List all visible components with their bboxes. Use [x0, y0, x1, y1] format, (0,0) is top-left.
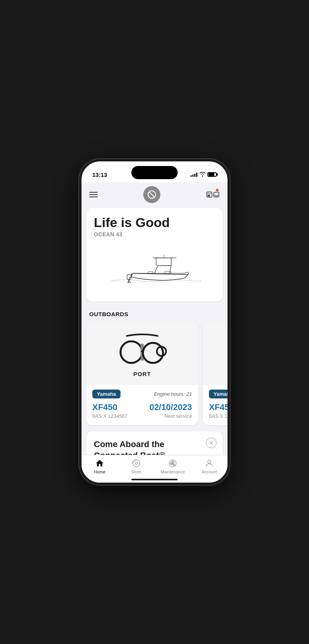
brand-badge-port: Yamaha	[92, 390, 121, 398]
tab-account-label: Account	[202, 469, 217, 474]
serial-stbd: 6AS X 1234568	[209, 413, 228, 419]
brand-badge-stbd: Yamaha	[209, 390, 228, 398]
promo-section: ✕ Come Aboard the Connected Boat® FEATUR…	[86, 431, 223, 455]
app-header: ✉	[81, 182, 228, 208]
phone-frame: 13:13	[79, 159, 230, 485]
boat-illustration	[94, 244, 215, 298]
status-time: 13:13	[92, 171, 107, 178]
model-port: XF450	[92, 402, 127, 412]
tab-home-label: Home	[94, 469, 105, 474]
svg-point-25	[208, 460, 211, 463]
tab-siren-label: Siren	[131, 469, 141, 474]
svg-point-14	[143, 343, 163, 363]
outboard-motor-icon	[115, 329, 169, 368]
boat-model: OCEAN 43	[94, 231, 215, 237]
home-icon	[95, 459, 104, 468]
signal-icon	[190, 172, 197, 177]
maintenance-icon	[168, 459, 177, 468]
battery-icon	[207, 172, 217, 177]
home-indicator	[131, 479, 178, 480]
boat-svg	[104, 247, 205, 294]
outboards-section-header: OUTBOARDS	[81, 308, 228, 321]
promo-title: Come Aboard the Connected Boat®	[94, 439, 215, 455]
service-date-port: 02/10/2023	[149, 402, 192, 412]
tab-home[interactable]: Home	[81, 458, 118, 474]
outboard-card-stbd[interactable]: STBD Yamaha Engine hours: 18 XF450 6AS X…	[203, 321, 228, 425]
svg-text:✉: ✉	[208, 195, 210, 197]
tab-siren[interactable]: Siren	[118, 458, 155, 474]
svg-rect-10	[165, 271, 171, 273]
engine-hours-port: Engine hours: 21	[154, 391, 192, 397]
boat-name: Life is Good	[94, 215, 215, 230]
notification-icon: ✉	[206, 190, 213, 200]
siren-logo-icon	[147, 190, 157, 200]
tab-account[interactable]: Account	[191, 458, 228, 474]
app-logo[interactable]	[143, 186, 160, 203]
menu-button[interactable]	[89, 192, 98, 197]
service-label-port: Next service	[164, 413, 192, 419]
tab-maintenance-label: Maintenance	[161, 469, 185, 474]
outboard-position-label: PORT	[133, 371, 151, 377]
status-icons	[190, 171, 217, 178]
outboards-carousel[interactable]: PORT Yamaha Engine hours: 21 XF450 6AS X…	[81, 321, 228, 431]
notification-badge	[216, 188, 219, 192]
outboard-icon-area	[115, 329, 169, 368]
dynamic-island	[131, 166, 178, 179]
tab-maintenance[interactable]: Maintenance	[154, 458, 191, 474]
wifi-icon	[199, 171, 205, 178]
account-icon	[205, 459, 214, 468]
boat-card[interactable]: Life is Good OCEAN 43	[86, 208, 223, 302]
svg-point-12	[121, 341, 142, 363]
svg-point-23	[135, 462, 138, 464]
content-scroll[interactable]: ✉ Life is Good OCEAN 43	[81, 182, 228, 455]
siren-tab-icon	[132, 459, 141, 468]
model-stbd: XF450	[209, 402, 228, 412]
serial-port: 6AS X 1234567	[92, 413, 127, 419]
notification-button[interactable]: ✉	[206, 188, 220, 202]
svg-rect-11	[148, 272, 153, 273]
outboard-card-port[interactable]: PORT Yamaha Engine hours: 21 XF450 6AS X…	[86, 321, 198, 425]
